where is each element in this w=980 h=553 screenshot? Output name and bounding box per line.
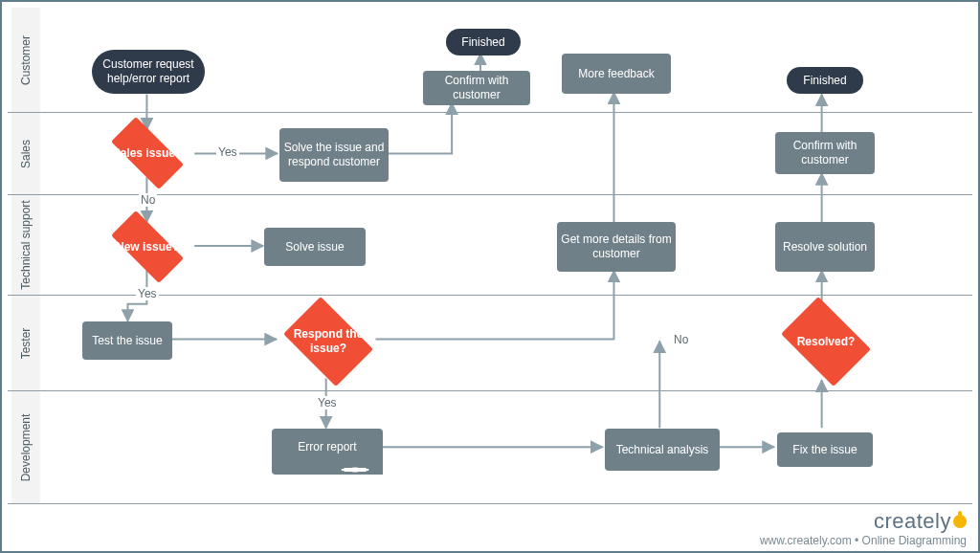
finished-2: Finished: [787, 67, 863, 94]
decision-sales-issue: Sales issue?: [100, 128, 195, 178]
document-error-report: Error report: [272, 429, 383, 465]
decision-respond-issue: Respond the issue?: [276, 304, 381, 379]
process-fix-issue: Fix the issue: [777, 432, 873, 467]
start-terminator: Customer request help/error report: [92, 50, 205, 94]
finished-1: Finished: [446, 29, 521, 55]
process-get-details: Get more details from customer: [557, 222, 676, 272]
footer-byline: www.creately.com • Online Diagramming: [760, 534, 967, 547]
process-solve-respond: Solve the issue and respond customer: [279, 128, 389, 182]
edge-label-sales-yes: Yes: [216, 145, 239, 159]
edge-label-respond-yes: Yes: [316, 396, 339, 409]
lightbulb-icon: [953, 515, 967, 528]
flowchart-canvas: Customer Sales Technical support Tester …: [4, 4, 976, 549]
process-test-issue: Test the issue: [82, 321, 172, 360]
process-more-feedback: More feedback: [562, 54, 671, 94]
edge-label-sales-no: No: [139, 193, 157, 207]
decision-resolved: Resolved?: [773, 304, 879, 379]
lane-label-development: Development: [11, 391, 41, 503]
edge-label-respond-no: No: [672, 333, 690, 346]
process-resolve-solution: Resolve solution: [775, 222, 875, 272]
footer: creately www.creately.com • Online Diagr…: [760, 509, 967, 547]
process-tech-analysis: Technical analysis: [605, 429, 720, 471]
lane-label-support: Technical support: [11, 195, 41, 295]
process-confirm-1: Confirm with customer: [423, 71, 530, 105]
decision-new-issue: New issue?: [100, 222, 195, 272]
process-solve-issue: Solve issue: [264, 228, 366, 266]
brand-logo: creately: [874, 509, 967, 534]
process-confirm-2: Confirm with customer: [775, 132, 875, 174]
lane-label-sales: Sales: [11, 113, 41, 194]
edge-label-new-yes: Yes: [136, 287, 159, 300]
lane-label-customer: Customer: [11, 8, 41, 112]
lane-label-tester: Tester: [11, 296, 41, 390]
